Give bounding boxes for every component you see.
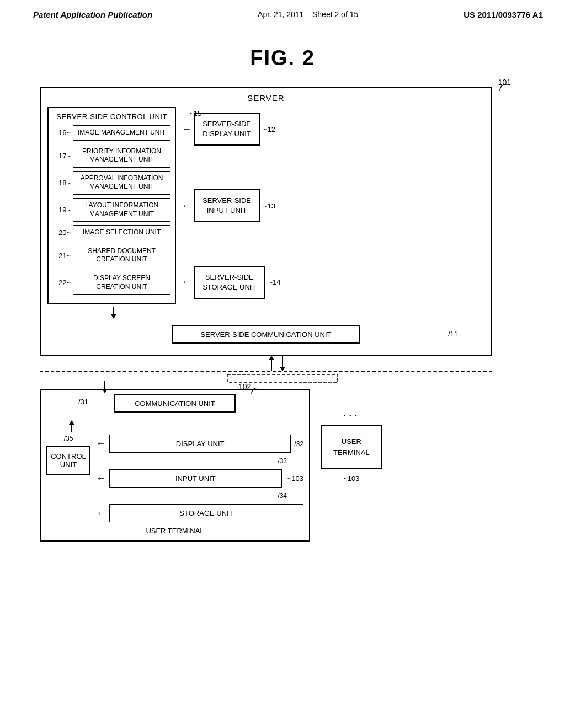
ref-101-bracket: [495, 83, 512, 94]
user-terminal-label: USER TERMINAL: [46, 527, 303, 535]
ref-14: ~14: [268, 278, 280, 286]
unit-row-18: 18 APPROVAL INFORMATIONMANAGEMENT UNIT: [53, 171, 170, 195]
server-label: SERVER: [47, 93, 484, 103]
unit-num-19: 19: [53, 206, 73, 214]
patent-number: US 2011/0093776 A1: [463, 10, 543, 19]
control-unit-container: /35 CONTROLUNIT: [46, 435, 90, 522]
publication-label: Patent Application Publication: [33, 10, 152, 19]
server-comm-unit-box: SERVER-SIDE COMMUNICATION UNIT: [172, 325, 360, 344]
ref-34-above: /34: [96, 492, 287, 500]
server-right-col: ← SERVER-SIDEDISPLAY UNIT ~12 ← SERVER-S…: [182, 107, 484, 304]
ref-103-inner: ~103: [287, 474, 303, 483]
client-display-row: ← DISPLAY UNIT /32: [96, 435, 303, 453]
svg-marker-10: [69, 420, 74, 425]
unit-num-18: 18: [53, 179, 73, 187]
svg-marker-3: [269, 356, 274, 360]
client-ref-31: /31: [78, 398, 88, 406]
client-up-arrow-container: [66, 420, 303, 432]
client-comm-unit-container: /31 COMMUNICATION UNIT: [46, 394, 303, 418]
unit-num-17: 17: [53, 152, 73, 160]
arrow-storage: ←: [182, 276, 191, 288]
unit-num-16: 16: [53, 129, 73, 137]
unit-row-16: 16 IMAGE MANAGEMENT UNIT: [53, 125, 170, 141]
arrow-client-display: ←: [96, 438, 106, 449]
sheet-label: Sheet 2 of 15: [312, 10, 358, 19]
unit-row-21: 21 SHARED DOCUMENTCREATION UNIT: [53, 244, 170, 267]
arrow-display: ←: [182, 124, 191, 135]
server-inner-layout: ~15 SERVER-SIDE CONTROL UNIT 16 IMAGE MA…: [47, 107, 484, 304]
ref-32: /32: [294, 440, 303, 448]
svg-marker-1: [111, 314, 116, 319]
client-block: /31 COMMUNICATION UNIT /35 CONTROLUNIT: [40, 389, 310, 542]
side-unit-display: SERVER-SIDEDISPLAY UNIT: [194, 113, 260, 146]
unit-num-21: 21: [53, 251, 73, 260]
client-down-arrow: [99, 381, 116, 394]
down-arrow-server: [47, 307, 484, 320]
unit-box-22: DISPLAY SCREENCREATION UNIT: [73, 271, 170, 295]
side-unit-storage-row: ← SERVER-SIDESTORAGE UNIT ~14: [182, 266, 484, 299]
ref-33-above: /33: [96, 457, 287, 465]
unit-box-20: IMAGE SELECTION UNIT: [73, 225, 170, 240]
unit-box-19: LAYOUT INFORMATIONMANAGEMENT UNIT: [73, 198, 170, 222]
arrow-client-input: ←: [96, 473, 106, 484]
unit-box-17: PRIORITY INFORMATIONMANAGEMENT UNIT: [73, 144, 170, 168]
ref-13: ~13: [263, 202, 275, 210]
unit-num-20: 20: [53, 228, 73, 237]
unit-row-22: 22 DISPLAY SCREENCREATION UNIT: [53, 271, 170, 295]
vert-arrows-svg: [255, 356, 310, 371]
ref-12: ~12: [263, 125, 275, 133]
client-storage-row: ← STORAGE UNIT: [96, 504, 303, 522]
dots: ...: [343, 405, 360, 420]
figure-title: FIG. 2: [28, 46, 537, 70]
side-unit-input-row: ← SERVER-SIDEINPUT UNIT ~13: [182, 189, 484, 222]
header-center: Apr. 21, 2011 Sheet 2 of 15: [258, 10, 358, 19]
svg-rect-6: [227, 374, 338, 382]
client-input-unit: INPUT UNIT: [109, 469, 282, 488]
arrow-client-storage: ←: [96, 507, 106, 519]
diagram: 101 SERVER ~15 SERVER-SIDE CONTROL UNIT: [40, 87, 525, 542]
right-terminal-group: ... USERTERMINAL ~103: [321, 405, 382, 483]
svg-marker-5: [280, 367, 285, 371]
client-storage-unit: STORAGE UNIT: [109, 504, 303, 522]
server-block: SERVER ~15 SERVER-SIDE CONTROL UNIT 16 I…: [40, 87, 492, 356]
server-control-block: SERVER-SIDE CONTROL UNIT 16 IMAGE MANAGE…: [47, 107, 176, 304]
unit-row-17: 17 PRIORITY INFORMATIONMANAGEMENT UNIT: [53, 144, 170, 168]
client-right-units: ← DISPLAY UNIT /32 /33 ← INPUT UNIT ~103…: [96, 435, 303, 522]
client-up-arrow: [66, 420, 83, 432]
client-comm-unit: COMMUNICATION UNIT: [114, 394, 236, 413]
arrow-input: ←: [182, 200, 191, 212]
client-inner-layout: /35 CONTROLUNIT ← DISPLAY UNIT /32 /33 ←: [46, 435, 303, 522]
ref-103-right: ~103: [343, 474, 359, 483]
client-display-unit: DISPLAY UNIT: [109, 435, 291, 453]
ref-35: /35: [64, 435, 73, 442]
unit-num-22: 22: [53, 279, 73, 287]
unit-row-19: 19 LAYOUT INFORMATIONMANAGEMENT UNIT: [53, 198, 170, 222]
unit-box-18: APPROVAL INFORMATIONMANAGEMENT UNIT: [73, 171, 170, 195]
bottom-section: /31 COMMUNICATION UNIT /35 CONTROLUNIT: [40, 389, 492, 542]
vert-arrows-container: [40, 356, 525, 371]
user-terminal-right-box: USERTERMINAL: [321, 425, 382, 469]
date-label: Apr. 21, 2011: [258, 10, 303, 19]
unit-box-21: SHARED DOCUMENTCREATION UNIT: [73, 244, 170, 267]
svg-marker-8: [102, 389, 108, 393]
side-unit-display-row: ← SERVER-SIDEDISPLAY UNIT ~12: [182, 113, 484, 146]
server-comm-unit-row: SERVER-SIDE COMMUNICATION UNIT /11: [47, 325, 484, 344]
client-input-row: ← INPUT UNIT ~103: [96, 469, 303, 488]
unit-box-16: IMAGE MANAGEMENT UNIT: [73, 125, 170, 141]
ref-11: /11: [448, 330, 458, 338]
control-unit-box: CONTROLUNIT: [46, 446, 90, 475]
side-unit-storage: SERVER-SIDESTORAGE UNIT: [194, 266, 265, 299]
down-arrow-svg: [108, 307, 125, 320]
page-header: Patent Application Publication Apr. 21, …: [0, 0, 565, 24]
side-unit-input: SERVER-SIDEINPUT UNIT: [194, 189, 260, 222]
control-unit-label: SERVER-SIDE CONTROL UNIT: [53, 113, 170, 121]
main-content: FIG. 2 101 SERVER ~15 SERVER-SIDE CONTRO…: [0, 24, 565, 553]
unit-row-20: 20 IMAGE SELECTION UNIT: [53, 225, 170, 240]
